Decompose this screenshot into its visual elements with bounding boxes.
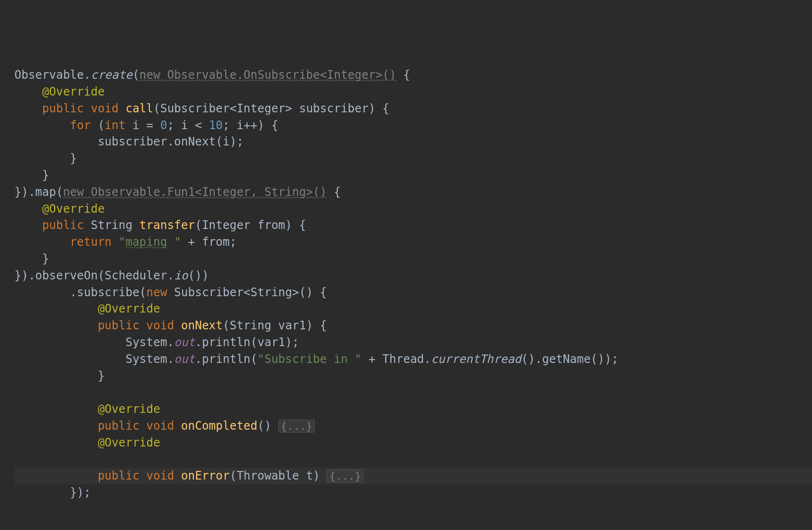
code-line: for (int i = 0; i < 10; i++) { bbox=[14, 119, 278, 132]
code-line: @Override bbox=[14, 302, 160, 315]
code-fold-region[interactable]: {...} bbox=[327, 470, 363, 482]
code-line: @Override bbox=[14, 402, 160, 416]
code-line: public void onNext(String var1) { bbox=[14, 319, 327, 332]
code-line: System.out.println("Subscribe in " + Thr… bbox=[14, 352, 618, 366]
code-fold-region[interactable]: {...} bbox=[278, 420, 315, 433]
code-line: public void call(Subscriber<Integer> sub… bbox=[14, 102, 389, 115]
code-line: return "maping " + from; bbox=[14, 235, 236, 249]
code-line: .subscribe(new Subscriber<String>() { bbox=[14, 286, 327, 299]
code-line: public void onCompleted() {...} bbox=[14, 419, 315, 433]
code-line: }); bbox=[14, 486, 91, 499]
code-line bbox=[14, 385, 21, 399]
code-line: @Override bbox=[14, 202, 105, 216]
code-line: }).map(new Observable.Fun1<Integer, Stri… bbox=[14, 185, 341, 199]
code-line: Observable.create(new Observable.OnSubsc… bbox=[14, 68, 410, 82]
code-line: }).observeOn(Scheduler.io()) bbox=[14, 269, 209, 282]
code-line: @Override bbox=[14, 85, 105, 98]
code-line: } bbox=[14, 169, 49, 182]
code-line bbox=[14, 453, 21, 466]
code-line: @Override bbox=[14, 436, 160, 449]
code-line: } bbox=[14, 252, 49, 265]
code-line-current: public void onError(Throwable t) {...} bbox=[14, 468, 812, 484]
code-line: public String transfer(Integer from) { bbox=[14, 218, 306, 232]
code-editor[interactable]: Observable.create(new Observable.OnSubsc… bbox=[14, 67, 812, 501]
code-line: subscriber.onNext(i); bbox=[14, 135, 244, 148]
code-line: } bbox=[14, 369, 105, 383]
code-line: } bbox=[14, 152, 77, 165]
code-line: System.out.println(var1); bbox=[14, 336, 299, 349]
